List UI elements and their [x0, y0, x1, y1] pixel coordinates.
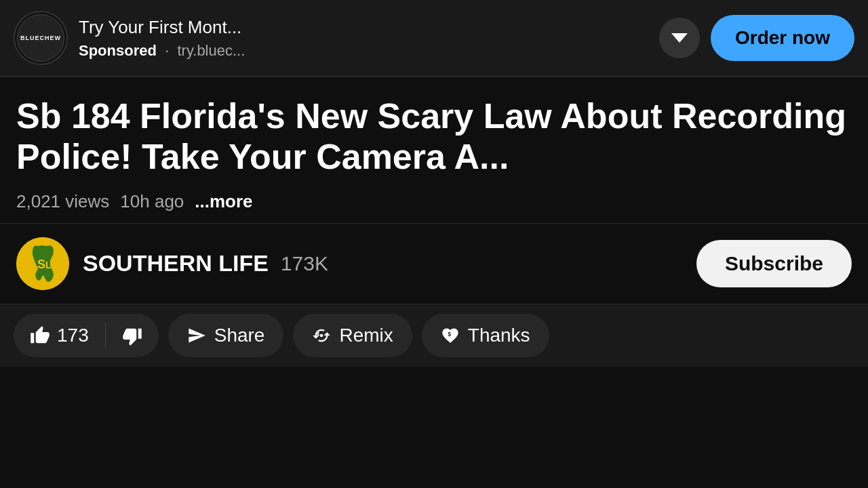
- ad-title: Try Your First Mont...: [79, 16, 648, 39]
- like-count: 173: [57, 325, 89, 346]
- dislike-button[interactable]: [106, 314, 159, 358]
- channel-subscribers: 173K: [281, 252, 328, 275]
- share-icon: [187, 326, 206, 345]
- ad-order-button[interactable]: Order now: [711, 15, 854, 61]
- ad-logo-text: BLUECHEW: [17, 14, 64, 62]
- channel-avatar[interactable]: S L: [16, 237, 69, 290]
- thanks-button[interactable]: $ Thanks: [422, 314, 549, 357]
- channel-row: S L SOUTHERN LIFE 173K Subscribe: [0, 224, 868, 304]
- time-ago: 10h ago: [120, 191, 184, 212]
- thumbs-down-icon: [122, 326, 142, 346]
- channel-info: SOUTHERN LIFE 173K: [83, 250, 683, 277]
- remix-icon: [312, 326, 331, 345]
- video-info-section: Sb 184 Florida's New Scary Law About Rec…: [0, 77, 868, 224]
- view-count: 2,021 views: [16, 191, 109, 212]
- ad-collapse-button[interactable]: [659, 18, 700, 58]
- like-dislike-group: 173: [14, 314, 159, 358]
- action-row: 173 Share Remix $ Thanks: [0, 304, 868, 367]
- subscribe-button[interactable]: Subscribe: [696, 240, 852, 287]
- more-link[interactable]: ...more: [195, 191, 252, 212]
- channel-name[interactable]: SOUTHERN LIFE: [83, 250, 269, 277]
- ad-url: try.bluec...: [177, 42, 245, 59]
- ad-logo: BLUECHEW: [14, 11, 68, 65]
- remix-label: Remix: [339, 325, 393, 346]
- channel-avatar-svg: S L: [16, 237, 69, 290]
- ad-banner: BLUECHEW Try Your First Mont... Sponsore…: [0, 0, 868, 77]
- share-button[interactable]: Share: [168, 314, 284, 357]
- share-label: Share: [214, 325, 265, 346]
- chevron-down-icon: [671, 33, 688, 43]
- like-button[interactable]: 173: [14, 314, 105, 357]
- remix-button[interactable]: Remix: [293, 314, 412, 357]
- ad-sponsored-label: Sponsored: [79, 42, 157, 59]
- video-stats: 2,021 views 10h ago ...more: [16, 191, 852, 212]
- ad-text-block: Try Your First Mont... Sponsored · try.b…: [79, 16, 648, 60]
- thanks-icon: $: [441, 326, 460, 345]
- thumbs-up-icon: [30, 325, 50, 346]
- svg-text:S: S: [37, 258, 45, 271]
- svg-point-3: [320, 334, 323, 338]
- svg-text:$: $: [448, 331, 451, 338]
- thanks-label: Thanks: [468, 325, 530, 346]
- ad-meta: Sponsored · try.bluec...: [79, 42, 648, 60]
- video-title: Sb 184 Florida's New Scary Law About Rec…: [16, 96, 852, 178]
- svg-text:L: L: [45, 260, 52, 270]
